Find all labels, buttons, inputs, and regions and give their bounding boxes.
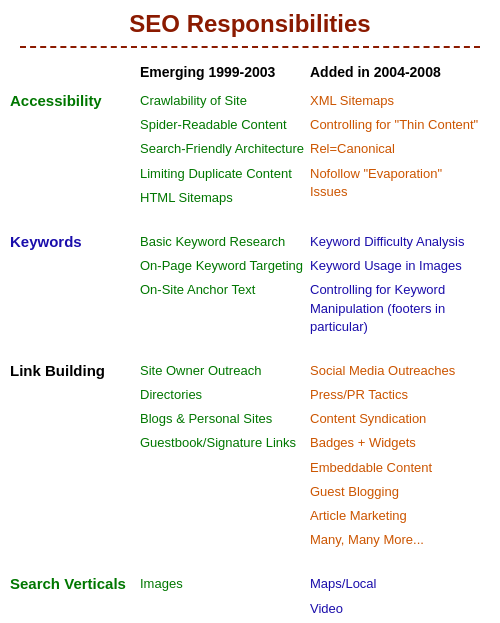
col2-item-accessibility-3: Nofollow "Evaporation" Issues bbox=[310, 165, 480, 201]
col-header-1: Emerging 1999-2003 bbox=[140, 64, 310, 80]
col2-item-accessibility-1: Controlling for "Thin Content" bbox=[310, 116, 480, 134]
section-label-accessibility: Accessibility bbox=[10, 92, 140, 213]
section-link-building: Link BuildingSite Owner OutreachDirector… bbox=[10, 362, 490, 556]
page-title: SEO Responsibilities bbox=[10, 10, 490, 38]
section-label-link-building: Link Building bbox=[10, 362, 140, 556]
col2-item-search-verticals-1: Video bbox=[310, 600, 480, 618]
section-keywords: KeywordsBasic Keyword ResearchOn-Page Ke… bbox=[10, 233, 490, 342]
col1-item-keywords-1: On-Page Keyword Targeting bbox=[140, 257, 310, 275]
col2-item-link-building-0: Social Media Outreaches bbox=[310, 362, 480, 380]
col1-item-accessibility-2: Search-Friendly Architecture bbox=[140, 140, 310, 158]
col1-item-link-building-2: Blogs & Personal Sites bbox=[140, 410, 310, 428]
col2-item-keywords-1: Keyword Usage in Images bbox=[310, 257, 480, 275]
col1-item-link-building-1: Directories bbox=[140, 386, 310, 404]
section-accessibility: AccessibilityCrawlability of SiteSpider-… bbox=[10, 92, 490, 213]
col2-item-keywords-2: Controlling for Keyword Manipulation (fo… bbox=[310, 281, 480, 336]
column-headers: Emerging 1999-2003 Added in 2004-2008 bbox=[140, 64, 490, 80]
col2-item-link-building-5: Guest Blogging bbox=[310, 483, 480, 501]
col2-item-accessibility-0: XML Sitemaps bbox=[310, 92, 480, 110]
col1-item-accessibility-3: Limiting Duplicate Content bbox=[140, 165, 310, 183]
col2-item-link-building-2: Content Syndication bbox=[310, 410, 480, 428]
divider bbox=[20, 46, 480, 48]
col1-item-accessibility-0: Crawlability of Site bbox=[140, 92, 310, 110]
col1-item-keywords-2: On-Site Anchor Text bbox=[140, 281, 310, 299]
col2-item-link-building-7: Many, Many More... bbox=[310, 531, 480, 549]
col1-item-accessibility-1: Spider-Readable Content bbox=[140, 116, 310, 134]
section-search-verticals: Search VerticalsImagesMaps/LocalVideoSho… bbox=[10, 575, 490, 623]
col2-item-search-verticals-0: Maps/Local bbox=[310, 575, 480, 593]
col2-link-building: Social Media OutreachesPress/PR TacticsC… bbox=[310, 362, 480, 556]
section-label-keywords: Keywords bbox=[10, 233, 140, 342]
col1-search-verticals: Images bbox=[140, 575, 310, 623]
col2-item-link-building-4: Embeddable Content bbox=[310, 459, 480, 477]
col2-item-link-building-3: Badges + Widgets bbox=[310, 434, 480, 452]
col1-item-search-verticals-0: Images bbox=[140, 575, 310, 593]
col1-item-accessibility-4: HTML Sitemaps bbox=[140, 189, 310, 207]
section-cols-search-verticals: ImagesMaps/LocalVideoShoppingNews bbox=[140, 575, 490, 623]
col2-keywords: Keyword Difficulty AnalysisKeyword Usage… bbox=[310, 233, 480, 342]
section-cols-keywords: Basic Keyword ResearchOn-Page Keyword Ta… bbox=[140, 233, 490, 342]
col2-accessibility: XML SitemapsControlling for "Thin Conten… bbox=[310, 92, 480, 213]
col1-accessibility: Crawlability of SiteSpider-Readable Cont… bbox=[140, 92, 310, 213]
section-label-search-verticals: Search Verticals bbox=[10, 575, 140, 623]
col1-item-link-building-3: Guestbook/Signature Links bbox=[140, 434, 310, 452]
col2-item-keywords-0: Keyword Difficulty Analysis bbox=[310, 233, 480, 251]
section-cols-link-building: Site Owner OutreachDirectoriesBlogs & Pe… bbox=[140, 362, 490, 556]
col2-item-link-building-6: Article Marketing bbox=[310, 507, 480, 525]
col2-search-verticals: Maps/LocalVideoShoppingNews bbox=[310, 575, 480, 623]
section-cols-accessibility: Crawlability of SiteSpider-Readable Cont… bbox=[140, 92, 490, 213]
col1-item-link-building-0: Site Owner Outreach bbox=[140, 362, 310, 380]
col-header-2: Added in 2004-2008 bbox=[310, 64, 480, 80]
col2-item-link-building-1: Press/PR Tactics bbox=[310, 386, 480, 404]
col1-link-building: Site Owner OutreachDirectoriesBlogs & Pe… bbox=[140, 362, 310, 556]
col1-keywords: Basic Keyword ResearchOn-Page Keyword Ta… bbox=[140, 233, 310, 342]
col2-item-accessibility-2: Rel=Canonical bbox=[310, 140, 480, 158]
col1-item-keywords-0: Basic Keyword Research bbox=[140, 233, 310, 251]
